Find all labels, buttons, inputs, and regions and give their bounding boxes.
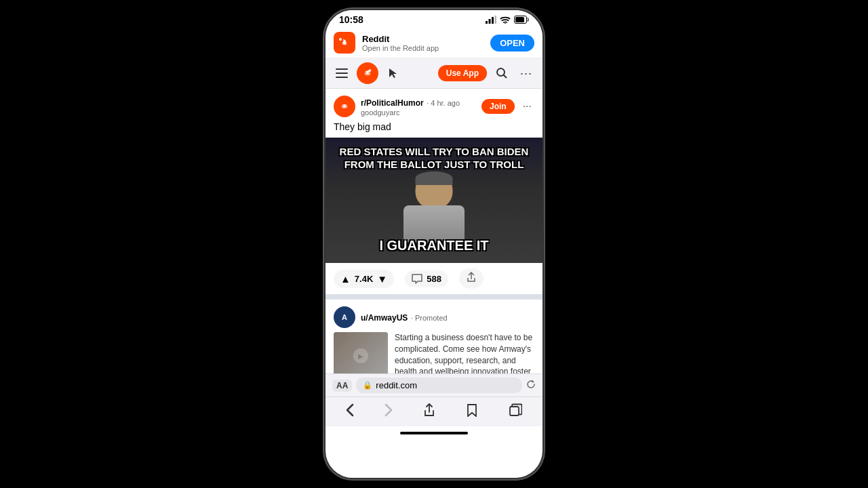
- aa-button[interactable]: AA: [332, 380, 352, 392]
- post-actions: ▲ 7.4K ▼ 588: [326, 263, 542, 294]
- ad-description: Starting a business doesn't have to be c…: [395, 332, 534, 373]
- share-button[interactable]: [459, 268, 484, 289]
- use-app-button[interactable]: Use App: [438, 65, 487, 81]
- lock-icon: 🔒: [363, 381, 372, 390]
- app-banner: Reddit Open in the Reddit app OPEN: [326, 28, 542, 58]
- svg-point-4: [505, 23, 506, 24]
- svg-point-10: [346, 41, 347, 42]
- svg-rect-6: [515, 17, 524, 22]
- phone-container: 10:58: [326, 10, 542, 478]
- ad-meta: u/AmwayUS · Promoted: [361, 311, 534, 323]
- post-subreddit[interactable]: r/PoliticalHumor: [361, 98, 424, 108]
- ad-thumbnail[interactable]: ▶: [334, 332, 388, 373]
- svg-rect-1: [489, 19, 491, 24]
- svg-point-19: [369, 73, 370, 74]
- ad-content: ▶ Starting a business doesn't have to be…: [326, 332, 542, 373]
- status-icons: [486, 16, 529, 24]
- svg-point-20: [369, 69, 372, 72]
- share-icon: [466, 272, 477, 283]
- browser-toolbar: Use App ···: [326, 58, 542, 89]
- svg-point-18: [366, 73, 367, 74]
- post-time: · 4 hr. ago: [427, 99, 460, 107]
- downvote-icon[interactable]: ▼: [377, 273, 387, 285]
- home-indicator: [326, 426, 542, 440]
- bookmarks-button[interactable]: [460, 401, 484, 423]
- forward-button[interactable]: [379, 401, 398, 423]
- vote-group: ▲ 7.4K ▼: [334, 270, 394, 288]
- svg-rect-14: [336, 73, 348, 74]
- svg-line-23: [504, 75, 507, 79]
- home-bar: [400, 432, 468, 434]
- svg-rect-28: [510, 407, 519, 415]
- post-header: r/PoliticalHumor · 4 hr. ago goodguyarc …: [326, 89, 542, 121]
- post-title: They big mad: [326, 121, 542, 138]
- vote-count: 7.4K: [355, 274, 373, 284]
- post-more-icon[interactable]: ···: [520, 100, 534, 113]
- url-text: reddit.com: [376, 380, 417, 390]
- post-card: r/PoliticalHumor · 4 hr. ago goodguyarc …: [326, 89, 542, 294]
- comment-group[interactable]: 588: [405, 270, 448, 287]
- reddit-logo[interactable]: [357, 62, 378, 84]
- more-icon[interactable]: ···: [517, 64, 536, 83]
- svg-point-11: [339, 38, 342, 41]
- ad-card: A u/AmwayUS · Promoted ▶ Starting a busi…: [326, 300, 542, 373]
- svg-point-9: [342, 41, 344, 42]
- browser-bottom-bar: [326, 396, 542, 426]
- ad-user[interactable]: u/AmwayUS: [361, 313, 408, 323]
- svg-point-27: [346, 106, 347, 107]
- wifi-icon: [500, 16, 511, 24]
- svg-rect-13: [336, 68, 348, 70]
- upvote-icon[interactable]: ▲: [340, 273, 351, 285]
- menu-icon[interactable]: [332, 64, 351, 83]
- svg-point-8: [342, 40, 347, 44]
- page-share-button[interactable]: [418, 401, 441, 423]
- search-icon[interactable]: [492, 64, 511, 83]
- meme-person-figure: [393, 171, 475, 239]
- tabs-button[interactable]: [503, 401, 528, 423]
- subreddit-avatar: [334, 96, 355, 117]
- status-time: 10:58: [339, 14, 363, 25]
- svg-rect-15: [336, 77, 348, 78]
- meme-bottom-text: I GUARANTEE IT: [326, 238, 542, 253]
- open-app-button[interactable]: OPEN: [490, 35, 534, 52]
- status-bar: 10:58: [326, 10, 542, 28]
- post-user[interactable]: goodguyarc: [361, 108, 476, 117]
- join-button[interactable]: Join: [481, 99, 515, 114]
- reddit-app-icon: [334, 32, 355, 54]
- ad-promoted-label: Promoted: [415, 314, 448, 322]
- svg-rect-0: [486, 21, 488, 24]
- address-bar: AA 🔒 reddit.com: [326, 373, 542, 396]
- ad-header: A u/AmwayUS · Promoted: [326, 300, 542, 332]
- svg-rect-2: [492, 17, 494, 24]
- app-banner-title: Reddit: [362, 34, 484, 44]
- cursor-icon: [384, 64, 403, 83]
- post-meme-image: RED STATES WILL TRY TO BAN BIDEN FROM TH…: [326, 138, 542, 263]
- comment-icon: [412, 274, 422, 284]
- post-meta: r/PoliticalHumor · 4 hr. ago goodguyarc: [361, 96, 476, 117]
- meme-top-text: RED STATES WILL TRY TO BAN BIDEN FROM TH…: [326, 146, 542, 171]
- signal-icon: [486, 16, 496, 24]
- reload-button[interactable]: [526, 380, 536, 391]
- svg-rect-3: [495, 16, 497, 24]
- battery-icon: [514, 16, 529, 24]
- url-field[interactable]: 🔒 reddit.com: [356, 378, 522, 393]
- svg-point-26: [342, 106, 344, 107]
- back-button[interactable]: [340, 401, 359, 423]
- comment-count: 588: [427, 274, 441, 284]
- ad-avatar: A: [334, 306, 355, 328]
- content-area: r/PoliticalHumor · 4 hr. ago goodguyarc …: [326, 89, 542, 373]
- svg-line-21: [368, 70, 369, 71]
- ad-text-block: Starting a business doesn't have to be c…: [395, 332, 534, 373]
- app-banner-text: Reddit Open in the Reddit app: [362, 34, 484, 52]
- svg-point-22: [497, 68, 505, 76]
- app-banner-subtitle: Open in the Reddit app: [362, 44, 484, 52]
